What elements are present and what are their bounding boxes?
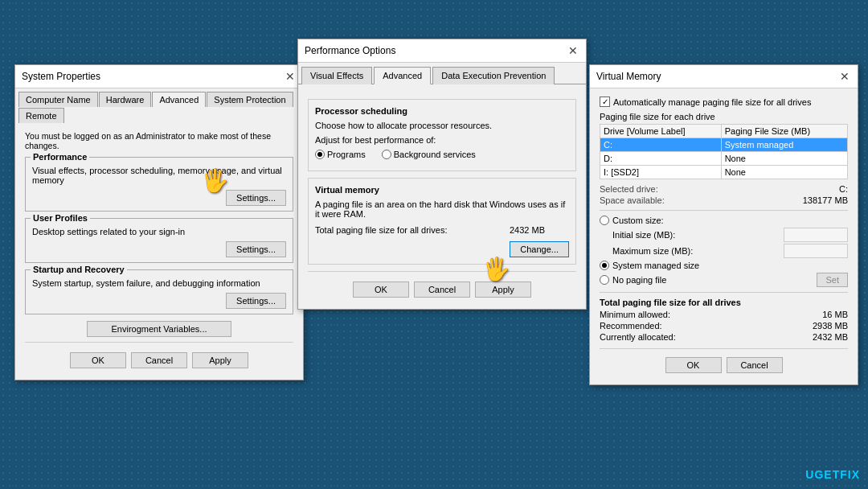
currently-allocated-value: 2432 MB: [813, 332, 848, 342]
po-buttons: OK Cancel Apply: [308, 277, 576, 301]
custom-size-radio-item[interactable]: Custom size:: [600, 216, 848, 225]
system-properties-close-button[interactable]: ✕: [284, 70, 297, 83]
performance-legend: Performance: [31, 152, 89, 162]
startup-recovery-legend: Startup and Recovery: [31, 265, 127, 274]
selected-drive-value: C:: [839, 184, 848, 194]
background-services-radio[interactable]: Background services: [382, 150, 476, 159]
virtual-memory-content: ✓ Automatically manage paging file size …: [590, 88, 858, 384]
startup-recovery-section: Startup and Recovery System startup, sys…: [25, 269, 293, 314]
selected-drive-info: Selected drive: C: Space available: 1381…: [600, 184, 848, 205]
performance-description: Visual effects, processor scheduling, me…: [32, 166, 286, 185]
recommended-label: Recommended:: [600, 321, 662, 331]
performance-options-close-button[interactable]: ✕: [567, 44, 579, 57]
env-variables-button[interactable]: Envirogment Variables...: [87, 321, 231, 337]
user-profiles-section: User Profiles Desktop settings related t…: [25, 218, 293, 263]
user-profiles-settings-button[interactable]: Settings...: [226, 241, 286, 257]
background-services-radio-circle: [382, 150, 391, 159]
performance-options-content: Processor scheduling Choose how to alloc…: [298, 84, 586, 309]
table-row[interactable]: D: None: [600, 152, 848, 166]
system-managed-label: System managed size: [612, 261, 699, 270]
no-paging-file-label: No paging file: [612, 275, 666, 285]
custom-size-radio-circle: [600, 216, 609, 225]
no-paging-file-radio-item[interactable]: No paging file Set: [600, 273, 848, 287]
background-services-radio-label: Background services: [394, 150, 476, 159]
tab-data-execution[interactable]: Data Execution Prevention: [432, 67, 555, 84]
programs-radio-circle: [315, 150, 325, 159]
set-button[interactable]: Set: [817, 273, 848, 287]
drive-c-cell: C:: [600, 138, 722, 152]
maximum-size-label: Maximum size (MB):: [612, 246, 693, 256]
system-properties-tabs: Computer Name Hardware Advanced System P…: [15, 88, 303, 123]
virtual-memory-title: Virtual Memory: [596, 71, 661, 82]
virtual-memory-close-button[interactable]: ✕: [838, 70, 851, 83]
drive-i-paging: None: [721, 166, 847, 179]
performance-settings-button[interactable]: Settings...: [226, 190, 286, 206]
system-properties-content: You must be logged on as an Administrato…: [15, 123, 303, 380]
no-paging-file-radio-circle: [600, 275, 609, 285]
recommended-value: 2938 MB: [813, 321, 848, 331]
programs-radio[interactable]: Programs: [315, 150, 366, 159]
performance-inner: Visual effects, processor scheduling, me…: [32, 166, 286, 206]
table-row[interactable]: C: System managed: [600, 138, 848, 152]
tab-advanced[interactable]: Advanced: [152, 92, 206, 107]
performance-options-title: Performance Options: [305, 45, 395, 56]
virtual-memory-po-title: Virtual memory: [315, 185, 569, 195]
auto-manage-row: ✓ Automatically manage paging file size …: [600, 97, 848, 107]
drive-column-header: Drive [Volume Label]: [600, 125, 722, 138]
paging-file-size-column-header: Paging File Size (MB): [721, 125, 847, 138]
initial-size-label: Initial size (MB):: [612, 230, 675, 240]
system-properties-titlebar: System Properties ✕: [15, 65, 303, 88]
space-available-label: Space available:: [600, 195, 665, 205]
admin-note: You must be logged on as an Administrato…: [25, 131, 293, 150]
sp-cancel-button[interactable]: Cancel: [131, 352, 187, 368]
system-properties-title: System Properties: [22, 71, 100, 82]
minimum-allowed-label: Minimum allowed:: [600, 310, 670, 319]
tab-hardware[interactable]: Hardware: [99, 92, 152, 107]
virtual-memory-titlebar: Virtual Memory ✕: [590, 65, 858, 88]
system-managed-radio-circle: [600, 261, 609, 270]
startup-recovery-inner: System startup, system failure, and debu…: [32, 278, 286, 309]
totals-title: Total paging file size for all drives: [600, 298, 848, 307]
user-profiles-legend: User Profiles: [31, 213, 90, 223]
total-paging-row: Total paging file size for all drives: 2…: [315, 225, 569, 235]
po-cancel-button[interactable]: Cancel: [414, 281, 470, 298]
tab-po-advanced[interactable]: Advanced: [374, 67, 431, 84]
initial-size-input[interactable]: [784, 228, 848, 242]
total-paging-value: 2432 MB: [510, 225, 545, 235]
minimum-allowed-value: 16 MB: [822, 310, 848, 319]
maximum-size-input[interactable]: [784, 244, 848, 258]
currently-allocated-row: Currently allocated: 2432 MB: [600, 332, 848, 342]
performance-options-dialog: Performance Options ✕ Visual Effects Adv…: [297, 39, 587, 310]
tab-visual-effects[interactable]: Visual Effects: [301, 67, 372, 84]
performance-section: Performance Visual effects, processor sc…: [25, 157, 293, 212]
minimum-allowed-row: Minimum allowed: 16 MB: [600, 310, 848, 319]
drive-c-paging: System managed: [721, 138, 847, 152]
vm-radio-group: Custom size: Initial size (MB): Maximum …: [600, 216, 848, 287]
space-available-value: 138177 MB: [803, 195, 848, 205]
virtual-memory-po-section: Virtual memory A paging file is an area …: [308, 178, 576, 265]
po-apply-button[interactable]: Apply: [475, 281, 531, 298]
initial-size-row: Initial size (MB):: [612, 228, 848, 242]
drive-i-cell: I: [SSD2]: [600, 166, 722, 179]
table-row[interactable]: I: [SSD2] None: [600, 166, 848, 179]
vm-ok-button[interactable]: OK: [665, 357, 722, 373]
change-button[interactable]: Change...: [510, 241, 569, 257]
vm-cancel-button[interactable]: Cancel: [727, 357, 783, 373]
performance-options-tabs: Visual Effects Advanced Data Execution P…: [298, 63, 586, 84]
user-profiles-inner: Desktop settings related to your sign-in…: [32, 227, 286, 257]
drives-table: Drive [Volume Label] Paging File Size (M…: [600, 124, 848, 179]
tab-system-protection[interactable]: System Protection: [207, 92, 293, 107]
startup-recovery-settings-button[interactable]: Settings...: [226, 293, 286, 309]
system-managed-radio-item[interactable]: System managed size: [600, 261, 848, 270]
sp-apply-button[interactable]: Apply: [192, 352, 248, 368]
po-ok-button[interactable]: OK: [353, 281, 409, 298]
sp-ok-button[interactable]: OK: [70, 352, 126, 368]
auto-manage-checkbox[interactable]: ✓: [600, 97, 610, 107]
processor-scheduling-description: Choose how to allocate processor resourc…: [315, 121, 569, 130]
user-profiles-description: Desktop settings related to your sign-in: [32, 227, 286, 236]
paging-file-label: Paging file size for each drive: [600, 112, 848, 121]
tab-computer-name[interactable]: Computer Name: [18, 92, 98, 107]
tab-remote[interactable]: Remote: [18, 108, 64, 123]
programs-radio-label: Programs: [327, 150, 366, 159]
selected-drive-label: Selected drive:: [600, 184, 658, 194]
